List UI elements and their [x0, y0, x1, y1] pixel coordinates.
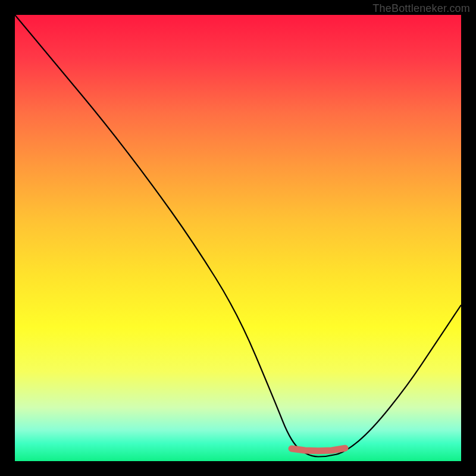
attribution-text: TheBottleneker.com [372, 2, 470, 15]
bottleneck-curve [15, 15, 461, 457]
sweet-spot-marker [292, 448, 345, 451]
curve-layer [15, 15, 461, 461]
chart-frame: TheBottleneker.com [0, 0, 476, 476]
plot-area [15, 15, 461, 461]
